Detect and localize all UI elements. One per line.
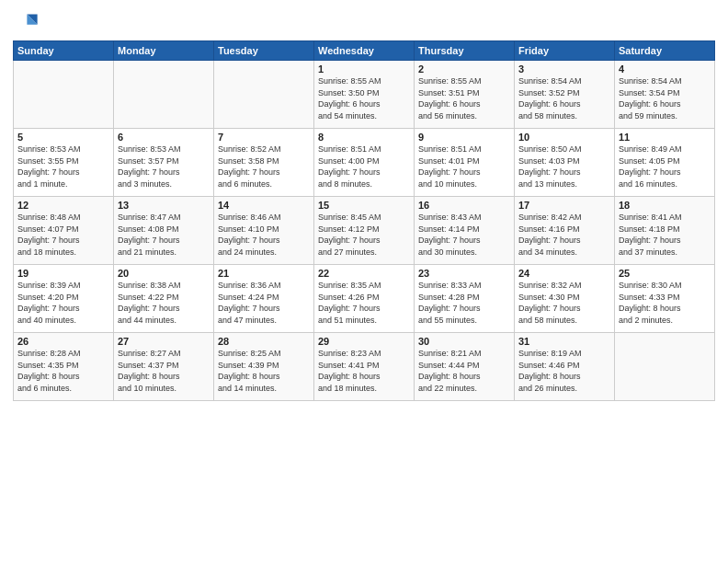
day-detail: Sunrise: 8:42 AM Sunset: 4:16 PM Dayligh…: [518, 213, 582, 257]
day-number: 1: [318, 63, 410, 75]
logo: [13, 9, 42, 35]
day-number: 11: [619, 132, 711, 143]
day-number: 21: [218, 268, 310, 279]
calendar-cell: 13Sunrise: 8:47 AM Sunset: 4:08 PM Dayli…: [114, 197, 214, 265]
day-detail: Sunrise: 8:43 AM Sunset: 4:14 PM Dayligh…: [418, 213, 482, 257]
day-number: 13: [118, 200, 210, 211]
day-detail: Sunrise: 8:45 AM Sunset: 4:12 PM Dayligh…: [318, 213, 381, 257]
day-detail: Sunrise: 8:53 AM Sunset: 3:57 PM Dayligh…: [118, 144, 181, 189]
day-detail: Sunrise: 8:55 AM Sunset: 3:51 PM Dayligh…: [418, 76, 482, 121]
day-number: 27: [118, 336, 210, 347]
week-row-2: 12Sunrise: 8:48 AM Sunset: 4:07 PM Dayli…: [14, 197, 715, 265]
day-detail: Sunrise: 8:54 AM Sunset: 3:52 PM Dayligh…: [518, 76, 582, 121]
day-detail: Sunrise: 8:30 AM Sunset: 4:33 PM Dayligh…: [619, 281, 682, 325]
header-row: SundayMondayTuesdayWednesdayThursdayFrid…: [14, 41, 715, 61]
day-detail: Sunrise: 8:49 AM Sunset: 4:05 PM Dayligh…: [619, 144, 682, 189]
header: [13, 9, 715, 35]
day-number: 30: [418, 336, 510, 347]
calendar-cell: 7Sunrise: 8:52 AM Sunset: 3:58 PM Daylig…: [214, 129, 314, 197]
calendar-cell: 22Sunrise: 8:35 AM Sunset: 4:26 PM Dayli…: [314, 265, 415, 333]
header-cell-saturday: Saturday: [615, 41, 715, 61]
calendar-cell: 5Sunrise: 8:53 AM Sunset: 3:55 PM Daylig…: [14, 129, 114, 197]
day-detail: Sunrise: 8:33 AM Sunset: 4:28 PM Dayligh…: [418, 281, 482, 325]
day-number: 10: [518, 132, 610, 143]
calendar-cell: 4Sunrise: 8:54 AM Sunset: 3:54 PM Daylig…: [615, 61, 715, 129]
calendar-cell: [214, 61, 314, 129]
day-number: 20: [118, 268, 210, 279]
day-number: 24: [518, 268, 610, 279]
day-detail: Sunrise: 8:25 AM Sunset: 4:39 PM Dayligh…: [218, 349, 281, 393]
day-number: 23: [418, 268, 510, 279]
day-detail: Sunrise: 8:51 AM Sunset: 4:00 PM Dayligh…: [318, 144, 381, 189]
calendar-cell: 30Sunrise: 8:21 AM Sunset: 4:44 PM Dayli…: [415, 333, 515, 401]
day-number: 19: [17, 268, 109, 279]
day-detail: Sunrise: 8:46 AM Sunset: 4:10 PM Dayligh…: [218, 213, 281, 257]
day-number: 29: [318, 336, 410, 347]
day-number: 25: [619, 268, 711, 279]
calendar-cell: 11Sunrise: 8:49 AM Sunset: 4:05 PM Dayli…: [615, 129, 715, 197]
calendar-cell: 2Sunrise: 8:55 AM Sunset: 3:51 PM Daylig…: [415, 61, 515, 129]
day-detail: Sunrise: 8:52 AM Sunset: 3:58 PM Dayligh…: [218, 144, 281, 189]
day-detail: Sunrise: 8:19 AM Sunset: 4:46 PM Dayligh…: [518, 349, 582, 393]
day-number: 17: [518, 200, 610, 211]
calendar-cell: 9Sunrise: 8:51 AM Sunset: 4:01 PM Daylig…: [415, 129, 515, 197]
day-detail: Sunrise: 8:55 AM Sunset: 3:50 PM Dayligh…: [318, 76, 381, 121]
day-number: 2: [418, 63, 510, 75]
day-detail: Sunrise: 8:27 AM Sunset: 4:37 PM Dayligh…: [118, 349, 181, 393]
calendar-cell: 23Sunrise: 8:33 AM Sunset: 4:28 PM Dayli…: [415, 265, 515, 333]
week-row-0: 1Sunrise: 8:55 AM Sunset: 3:50 PM Daylig…: [14, 61, 715, 129]
calendar-cell: 12Sunrise: 8:48 AM Sunset: 4:07 PM Dayli…: [14, 197, 114, 265]
day-detail: Sunrise: 8:38 AM Sunset: 4:22 PM Dayligh…: [118, 281, 181, 325]
day-detail: Sunrise: 8:39 AM Sunset: 4:20 PM Dayligh…: [17, 281, 81, 325]
day-number: 5: [17, 132, 109, 143]
calendar-cell: 26Sunrise: 8:28 AM Sunset: 4:35 PM Dayli…: [14, 333, 114, 401]
day-number: 7: [218, 132, 310, 143]
header-cell-sunday: Sunday: [14, 41, 114, 61]
header-cell-wednesday: Wednesday: [314, 41, 415, 61]
calendar-cell: 6Sunrise: 8:53 AM Sunset: 3:57 PM Daylig…: [114, 129, 214, 197]
day-detail: Sunrise: 8:32 AM Sunset: 4:30 PM Dayligh…: [518, 281, 582, 325]
day-detail: Sunrise: 8:51 AM Sunset: 4:01 PM Dayligh…: [418, 144, 482, 189]
header-cell-friday: Friday: [515, 41, 615, 61]
day-detail: Sunrise: 8:36 AM Sunset: 4:24 PM Dayligh…: [218, 281, 281, 325]
day-detail: Sunrise: 8:35 AM Sunset: 4:26 PM Dayligh…: [318, 281, 381, 325]
week-row-3: 19Sunrise: 8:39 AM Sunset: 4:20 PM Dayli…: [14, 265, 715, 333]
calendar-cell: [615, 333, 715, 401]
calendar-cell: 8Sunrise: 8:51 AM Sunset: 4:00 PM Daylig…: [314, 129, 415, 197]
logo-icon: [13, 9, 39, 35]
week-row-4: 26Sunrise: 8:28 AM Sunset: 4:35 PM Dayli…: [14, 333, 715, 401]
calendar-cell: 16Sunrise: 8:43 AM Sunset: 4:14 PM Dayli…: [415, 197, 515, 265]
day-number: 28: [218, 336, 310, 347]
day-number: 15: [318, 200, 410, 211]
header-cell-monday: Monday: [114, 41, 214, 61]
calendar-cell: 27Sunrise: 8:27 AM Sunset: 4:37 PM Dayli…: [114, 333, 214, 401]
calendar-cell: 3Sunrise: 8:54 AM Sunset: 3:52 PM Daylig…: [515, 61, 615, 129]
calendar-cell: 17Sunrise: 8:42 AM Sunset: 4:16 PM Dayli…: [515, 197, 615, 265]
calendar-cell: 29Sunrise: 8:23 AM Sunset: 4:41 PM Dayli…: [314, 333, 415, 401]
header-cell-tuesday: Tuesday: [214, 41, 314, 61]
day-detail: Sunrise: 8:28 AM Sunset: 4:35 PM Dayligh…: [17, 349, 81, 393]
main-container: SundayMondayTuesdayWednesdayThursdayFrid…: [0, 0, 728, 563]
calendar-cell: 18Sunrise: 8:41 AM Sunset: 4:18 PM Dayli…: [615, 197, 715, 265]
day-number: 12: [17, 200, 109, 211]
day-number: 6: [118, 132, 210, 143]
calendar-cell: 15Sunrise: 8:45 AM Sunset: 4:12 PM Dayli…: [314, 197, 415, 265]
calendar-cell: 19Sunrise: 8:39 AM Sunset: 4:20 PM Dayli…: [14, 265, 114, 333]
day-detail: Sunrise: 8:53 AM Sunset: 3:55 PM Dayligh…: [17, 144, 81, 189]
calendar-cell: 25Sunrise: 8:30 AM Sunset: 4:33 PM Dayli…: [615, 265, 715, 333]
calendar-cell: 21Sunrise: 8:36 AM Sunset: 4:24 PM Dayli…: [214, 265, 314, 333]
day-number: 8: [318, 132, 410, 143]
header-cell-thursday: Thursday: [415, 41, 515, 61]
day-number: 16: [418, 200, 510, 211]
calendar-body: 1Sunrise: 8:55 AM Sunset: 3:50 PM Daylig…: [14, 61, 715, 401]
calendar-header: SundayMondayTuesdayWednesdayThursdayFrid…: [14, 41, 715, 61]
day-detail: Sunrise: 8:23 AM Sunset: 4:41 PM Dayligh…: [318, 349, 381, 393]
day-detail: Sunrise: 8:41 AM Sunset: 4:18 PM Dayligh…: [619, 213, 682, 257]
day-detail: Sunrise: 8:50 AM Sunset: 4:03 PM Dayligh…: [518, 144, 582, 189]
week-row-1: 5Sunrise: 8:53 AM Sunset: 3:55 PM Daylig…: [14, 129, 715, 197]
calendar-cell: [114, 61, 214, 129]
day-number: 3: [518, 63, 610, 75]
calendar-cell: 14Sunrise: 8:46 AM Sunset: 4:10 PM Dayli…: [214, 197, 314, 265]
day-number: 22: [318, 268, 410, 279]
day-detail: Sunrise: 8:21 AM Sunset: 4:44 PM Dayligh…: [418, 349, 482, 393]
